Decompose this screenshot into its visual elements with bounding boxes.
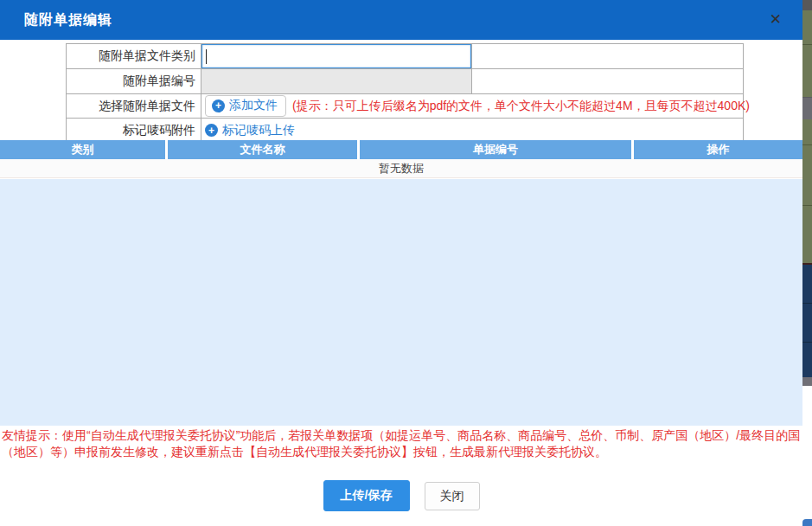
- mark-upload-link-label: 标记唛码上传: [222, 123, 295, 138]
- strip-segment: [802, 10, 812, 45]
- form-row-category: 随附单据文件类别: [67, 44, 744, 69]
- strip-segment: [802, 343, 812, 377]
- close-button[interactable]: 关闭: [425, 482, 480, 510]
- background-page-edge: [802, 0, 812, 526]
- upload-save-button[interactable]: 上传/保存: [323, 480, 410, 511]
- empty-cell: [472, 44, 744, 69]
- strip-segment: [802, 386, 812, 519]
- category-input[interactable]: [201, 44, 471, 68]
- column-header-filename: 文件名称: [168, 140, 357, 159]
- strip-segment: [802, 45, 812, 97]
- table-empty-row: 暂无数据: [0, 159, 802, 178]
- add-circle-icon: +: [205, 124, 218, 137]
- category-label: 随附单据文件类别: [67, 44, 201, 69]
- strip-segment: [802, 145, 812, 206]
- strip-segment: [802, 97, 812, 119]
- screen: 随附单据编辑 ✕ 随附单据文件类别 随附单据编号: [0, 0, 812, 526]
- strip-segment: [802, 519, 812, 526]
- column-header-category: 类别: [0, 140, 165, 159]
- attachment-form: 随附单据文件类别 随附单据编号 选择随附单据文件: [66, 43, 744, 143]
- form-row-file-select: 选择随附单据文件 + 添加文件 (提示：只可上传后缀名为pdf的文件，单个文件大…: [67, 94, 744, 119]
- add-file-button[interactable]: + 添加文件: [205, 95, 286, 117]
- attachment-edit-dialog: 随附单据编辑 ✕ 随附单据文件类别 随附单据编号: [0, 0, 802, 526]
- empty-cell: [472, 69, 744, 94]
- number-input: [201, 69, 471, 93]
- strip-segment: [802, 265, 812, 304]
- mark-label: 标记唛码附件: [67, 119, 201, 143]
- form-row-mark: 标记唛码附件 + 标记唛码上传: [67, 119, 744, 143]
- dialog-title: 随附单据编辑: [24, 0, 112, 40]
- add-circle-icon: +: [212, 99, 225, 112]
- friendly-notice: 友情提示：使用“自动生成代理报关委托协议”功能后，若报关单数据项（如提运单号、商…: [2, 427, 801, 460]
- strip-segment: [802, 377, 812, 386]
- close-icon[interactable]: ✕: [766, 0, 785, 40]
- file-select-label: 选择随附单据文件: [67, 94, 201, 119]
- mark-upload-link[interactable]: + 标记唛码上传: [205, 123, 295, 138]
- file-upload-hint: (提示：只可上传后缀名为pdf的文件，单个文件大小不能超过4M，且每页不超过40…: [292, 99, 750, 114]
- attachment-table-header: 类别 文件名称 单据编号 操作: [0, 140, 802, 159]
- strip-segment: [802, 206, 812, 265]
- strip-segment: [802, 304, 812, 343]
- column-header-doc-number: 单据编号: [360, 140, 631, 159]
- strip-segment: [802, 0, 812, 10]
- dialog-footer: 上传/保存 关闭: [0, 480, 802, 511]
- dialog-titlebar: 随附单据编辑 ✕: [0, 0, 802, 40]
- table-body-panel: [0, 179, 802, 426]
- number-label: 随附单据编号: [67, 69, 201, 94]
- text-caret: [206, 49, 207, 64]
- column-header-actions: 操作: [634, 140, 802, 159]
- strip-segment: [802, 119, 812, 145]
- add-file-button-label: 添加文件: [229, 98, 278, 113]
- form-row-number: 随附单据编号: [67, 69, 744, 94]
